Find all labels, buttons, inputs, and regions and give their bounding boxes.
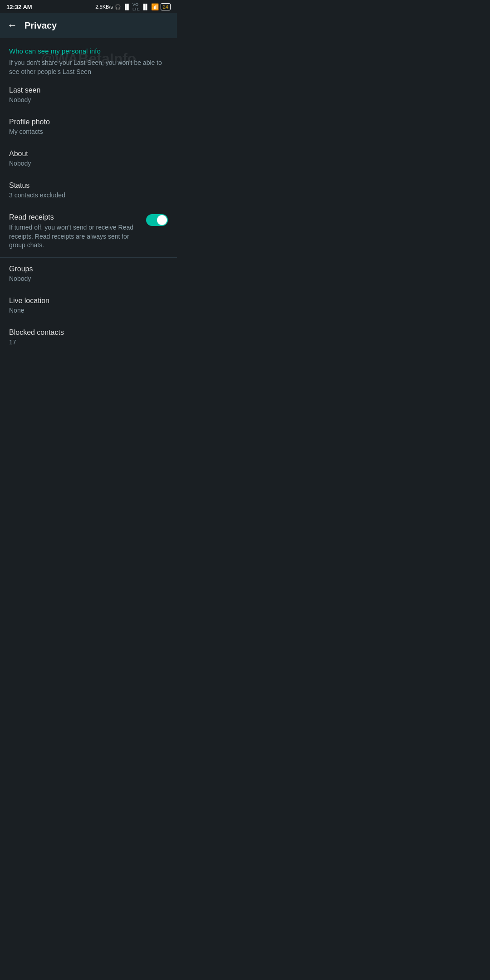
signal2-icon: ▐▌ xyxy=(142,4,149,10)
status-time: 12:32 AM xyxy=(6,4,32,10)
settings-item-status[interactable]: Status 3 contacts excluded xyxy=(0,174,177,206)
blocked-contacts-label: Blocked contacts xyxy=(9,328,168,337)
read-receipts-toggle[interactable] xyxy=(146,214,168,226)
back-button[interactable]: ← xyxy=(7,20,17,30)
page-title: Privacy xyxy=(24,20,57,31)
about-value: Nobody xyxy=(9,160,168,167)
live-location-label: Live location xyxy=(9,297,168,305)
toolbar: ← Privacy xyxy=(0,13,177,38)
battery-icon: 24 xyxy=(161,3,171,10)
settings-item-profile-photo[interactable]: Profile photo My contacts xyxy=(0,111,177,142)
status-icons: 2.5KB/s 🎧 ▐▌ VOLTE ▐▌ 📶 24 xyxy=(95,2,171,11)
status-value: 3 contacts excluded xyxy=(9,191,168,199)
wifi-icon: 📶 xyxy=(151,3,159,10)
headphone-icon: 🎧 xyxy=(115,4,121,10)
profile-photo-value: My contacts xyxy=(9,128,168,135)
settings-item-about[interactable]: About Nobody xyxy=(0,142,177,174)
read-receipts-text: Read receipts If turned off, you won't s… xyxy=(9,213,146,250)
read-receipts-description: If turned off, you won't send or receive… xyxy=(9,223,139,250)
profile-photo-label: Profile photo xyxy=(9,118,168,126)
settings-item-blocked-contacts[interactable]: Blocked contacts 17 xyxy=(0,321,177,353)
live-location-value: None xyxy=(9,307,168,314)
signal-icon: ▐▌ xyxy=(123,4,131,10)
blocked-contacts-value: 17 xyxy=(9,338,168,346)
about-label: About xyxy=(9,150,168,158)
groups-label: Groups xyxy=(9,265,168,273)
section-title: Who can see my personal info xyxy=(9,47,168,55)
section-header: Who can see my personal info If you don'… xyxy=(0,38,177,79)
lte-icon: VOLTE xyxy=(132,2,140,11)
last-seen-label: Last seen xyxy=(9,86,168,94)
read-receipts-label: Read receipts xyxy=(9,213,139,221)
groups-value: Nobody xyxy=(9,275,168,282)
settings-item-last-seen[interactable]: Last seen Nobody xyxy=(0,79,177,111)
content: Who can see my personal info If you don'… xyxy=(0,38,177,353)
settings-item-groups[interactable]: Groups Nobody xyxy=(0,258,177,289)
settings-item-read-receipts[interactable]: Read receipts If turned off, you won't s… xyxy=(0,206,177,257)
section-description: If you don't share your Last Seen, you w… xyxy=(9,59,168,76)
network-speed: 2.5KB/s xyxy=(95,4,113,10)
settings-item-live-location[interactable]: Live location None xyxy=(0,289,177,321)
status-bar: 12:32 AM 2.5KB/s 🎧 ▐▌ VOLTE ▐▌ 📶 24 xyxy=(0,0,177,13)
status-label: Status xyxy=(9,181,168,190)
last-seen-value: Nobody xyxy=(9,96,168,103)
